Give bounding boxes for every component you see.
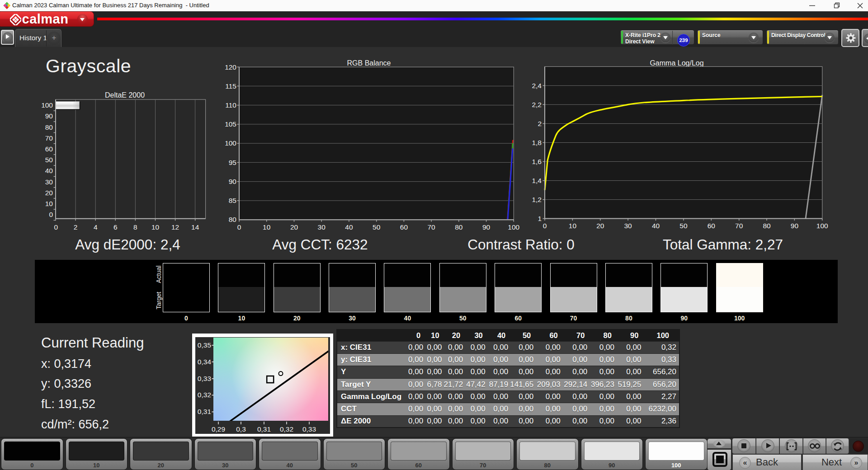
svg-text:2: 2 (538, 120, 542, 127)
svg-text:30: 30 (624, 222, 632, 230)
svg-text:0,31: 0,31 (257, 425, 271, 433)
svg-text:1,8: 1,8 (532, 139, 542, 146)
svg-text:30: 30 (45, 178, 53, 186)
svg-text:120: 120 (225, 63, 236, 71)
svg-text:95: 95 (229, 159, 236, 166)
svg-text:100: 100 (225, 139, 236, 147)
svg-text:0,34: 0,34 (198, 358, 212, 366)
svg-text:100: 100 (508, 223, 519, 231)
svg-text:40: 40 (652, 222, 660, 230)
svg-text:100: 100 (41, 101, 53, 109)
svg-text:4: 4 (94, 223, 98, 231)
svg-text:0,33: 0,33 (302, 425, 316, 433)
svg-text:0,35: 0,35 (198, 341, 211, 349)
svg-text:2,2: 2,2 (532, 101, 542, 108)
svg-text:60: 60 (708, 222, 716, 230)
svg-text:90: 90 (45, 112, 53, 120)
svg-text:85: 85 (229, 197, 236, 204)
svg-text:0,32: 0,32 (280, 425, 293, 433)
svg-text:40: 40 (345, 223, 353, 231)
svg-text:0,32: 0,32 (198, 391, 211, 399)
svg-text:Gamma Log/Log: Gamma Log/Log (650, 59, 703, 67)
svg-text:70: 70 (427, 223, 435, 231)
svg-text:10: 10 (151, 223, 160, 231)
svg-text:10: 10 (569, 222, 577, 230)
svg-text:DeltaE 2000: DeltaE 2000 (105, 91, 145, 99)
svg-text:2: 2 (74, 223, 78, 231)
svg-text:60: 60 (400, 223, 408, 231)
svg-text:80: 80 (229, 216, 237, 223)
svg-text:0: 0 (543, 222, 547, 230)
svg-text:80: 80 (763, 222, 771, 230)
svg-text:1,6: 1,6 (532, 158, 542, 165)
svg-text:40: 40 (45, 167, 53, 174)
svg-text:8: 8 (133, 223, 137, 231)
svg-text:1,2: 1,2 (532, 196, 542, 203)
svg-text:14: 14 (191, 223, 199, 231)
svg-text:10: 10 (45, 200, 53, 207)
svg-text:90: 90 (229, 178, 237, 185)
svg-text:50: 50 (45, 156, 53, 164)
svg-text:20: 20 (45, 189, 53, 197)
svg-text:0: 0 (54, 223, 58, 231)
svg-text:2,4: 2,4 (532, 82, 542, 89)
svg-text:50: 50 (373, 223, 381, 231)
svg-text:90: 90 (482, 223, 491, 231)
svg-text:105: 105 (225, 120, 236, 128)
svg-text:6: 6 (113, 223, 118, 231)
svg-text:80: 80 (455, 223, 463, 231)
svg-text:100: 100 (816, 222, 828, 230)
svg-text:0,31: 0,31 (198, 408, 211, 415)
svg-text:70: 70 (45, 134, 53, 142)
svg-text:30: 30 (318, 223, 326, 231)
svg-text:60: 60 (45, 145, 53, 153)
svg-text:115: 115 (225, 82, 236, 90)
svg-text:0: 0 (237, 223, 241, 231)
svg-text:1,4: 1,4 (532, 177, 542, 184)
svg-text:0,33: 0,33 (198, 375, 211, 382)
svg-text:0: 0 (49, 211, 53, 218)
svg-text:20: 20 (290, 223, 298, 231)
svg-text:10: 10 (263, 223, 271, 231)
svg-text:70: 70 (735, 222, 743, 230)
svg-text:110: 110 (225, 101, 236, 109)
svg-text:20: 20 (596, 222, 604, 230)
svg-text:RGB Balance: RGB Balance (347, 59, 391, 67)
svg-text:50: 50 (679, 222, 688, 230)
svg-text:1: 1 (538, 215, 542, 222)
svg-text:90: 90 (791, 222, 799, 230)
svg-text:0,29: 0,29 (212, 425, 225, 433)
svg-text:80: 80 (45, 123, 53, 131)
svg-text:12: 12 (171, 223, 179, 231)
svg-text:0,3: 0,3 (236, 425, 246, 433)
